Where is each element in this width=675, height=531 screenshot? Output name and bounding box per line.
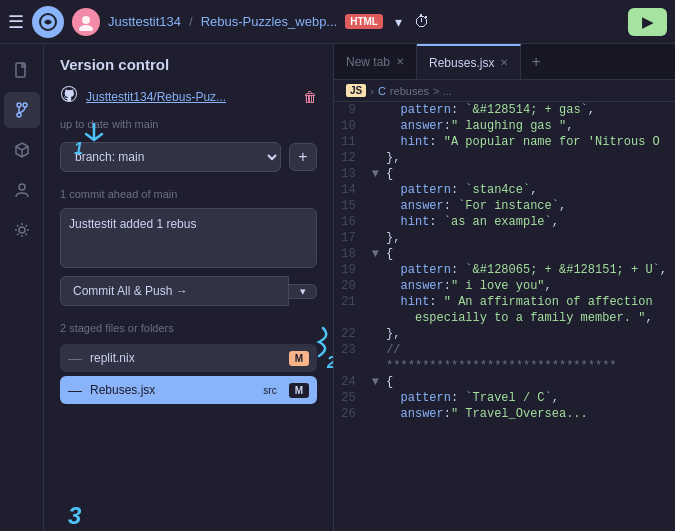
icon-bar bbox=[0, 44, 44, 531]
editor-area: New tab ✕ Rebuses.jsx ✕ + JS › C rebuses… bbox=[334, 44, 675, 531]
breadcrumb-path: › bbox=[370, 85, 374, 97]
tab-new-tab[interactable]: New tab ✕ bbox=[334, 44, 417, 79]
table-row: especially to a family member. ", bbox=[334, 310, 675, 326]
svg-point-8 bbox=[19, 227, 25, 233]
tab-close-icon[interactable]: ✕ bbox=[500, 57, 508, 68]
svg-text:1: 1 bbox=[74, 140, 83, 156]
file-badge-m: M bbox=[289, 383, 309, 398]
table-row: 13 ▼ { bbox=[334, 166, 675, 182]
sidebar-item-vcs[interactable] bbox=[4, 92, 40, 128]
step-2-annotation: 2 bbox=[299, 326, 334, 374]
repo-link[interactable]: Justtestit134/Rebus-Puz... bbox=[86, 90, 295, 104]
breadcrumb-repo[interactable]: Rebus-Puzzles_webp... bbox=[201, 14, 338, 29]
table-row: 9 pattern: `&#128514; + gas`, bbox=[334, 102, 675, 118]
file-minus-icon: — bbox=[68, 382, 82, 398]
table-row: 25 pattern: `Travel / C`, bbox=[334, 390, 675, 406]
sidebar-item-packages[interactable] bbox=[4, 132, 40, 168]
sidebar-item-settings[interactable] bbox=[4, 212, 40, 248]
tab-label: New tab bbox=[346, 55, 390, 69]
vc-title: Version control bbox=[44, 44, 333, 81]
js-badge: JS bbox=[346, 84, 366, 97]
html-badge: HTML bbox=[345, 14, 383, 29]
table-row: 23 // bbox=[334, 342, 675, 358]
svg-point-4 bbox=[17, 103, 21, 107]
commit-dropdown-button[interactable]: ▾ bbox=[289, 284, 317, 299]
user-avatar[interactable] bbox=[72, 8, 100, 36]
table-row: 21 hint: " An affirmation of affection bbox=[334, 294, 675, 310]
table-row: 24 ▼ { bbox=[334, 374, 675, 390]
top-bar-left: ☰ Justtestit134 / Rebus-Puzzles_webp... … bbox=[8, 6, 620, 38]
code-breadcrumb: JS › C rebuses > ... bbox=[334, 80, 675, 102]
tab-label: Rebuses.jsx bbox=[429, 56, 494, 70]
app-logo[interactable] bbox=[32, 6, 64, 38]
svg-point-7 bbox=[19, 184, 25, 190]
tab-close-icon[interactable]: ✕ bbox=[396, 56, 404, 67]
table-row: 14 pattern: `stan4ce`, bbox=[334, 182, 675, 198]
table-row: 15 answer: `For instance`, bbox=[334, 198, 675, 214]
sidebar-item-files[interactable] bbox=[4, 52, 40, 88]
table-row: 17 }, bbox=[334, 230, 675, 246]
trash-icon[interactable]: 🗑 bbox=[303, 89, 317, 105]
tab-add-button[interactable]: + bbox=[521, 53, 550, 71]
step-3-annotation: 3 bbox=[68, 494, 106, 531]
svg-text:3: 3 bbox=[68, 502, 82, 529]
table-row: 20 answer:" i love you", bbox=[334, 278, 675, 294]
breadcrumb-c: C bbox=[378, 85, 386, 97]
file-name: Rebuses.jsx bbox=[90, 383, 255, 397]
file-item-rebuses-jsx[interactable]: — Rebuses.jsx src M bbox=[60, 376, 317, 404]
tab-bar: New tab ✕ Rebuses.jsx ✕ + bbox=[334, 44, 675, 80]
svg-text:2: 2 bbox=[326, 354, 334, 370]
table-row: 19 pattern: `&#128065; + &#128151; + U`, bbox=[334, 262, 675, 278]
branch-add-button[interactable]: + bbox=[289, 143, 317, 171]
breadcrumb-rebuses: rebuses bbox=[390, 85, 429, 97]
table-row: ******************************** bbox=[334, 358, 675, 374]
table-row: 10 answer:" laughing gas ", bbox=[334, 118, 675, 134]
file-name: replit.nix bbox=[90, 351, 281, 365]
table-row: 11 hint: "A popular name for 'Nitrous O bbox=[334, 134, 675, 150]
main-content: 1 Version control Justtestit134/Rebus-Pu… bbox=[0, 44, 675, 531]
svg-point-2 bbox=[79, 25, 93, 31]
hamburger-icon[interactable]: ☰ bbox=[8, 11, 24, 33]
svg-point-5 bbox=[23, 103, 27, 107]
breadcrumb-sep: / bbox=[189, 14, 193, 29]
code-editor[interactable]: 9 pattern: `&#128514; + gas`, 10 answer:… bbox=[334, 102, 675, 531]
step-1-annotation: 1 bbox=[74, 120, 114, 160]
run-icon: ▶ bbox=[642, 14, 653, 30]
file-item-replit-nix[interactable]: — replit.nix M bbox=[60, 344, 317, 372]
table-row: 12 }, bbox=[334, 150, 675, 166]
vc-repo-row: Justtestit134/Rebus-Puz... 🗑 bbox=[44, 81, 333, 116]
tab-rebuses-jsx[interactable]: Rebuses.jsx ✕ bbox=[417, 44, 521, 79]
version-control-panel: 1 Version control Justtestit134/Rebus-Pu… bbox=[44, 44, 334, 531]
code-table: 9 pattern: `&#128514; + gas`, 10 answer:… bbox=[334, 102, 675, 422]
vc-ahead-text: 1 commit ahead of main bbox=[44, 184, 333, 208]
commit-btn-row: Commit All & Push → ▾ bbox=[60, 276, 317, 306]
history-icon[interactable]: ⏱ bbox=[414, 13, 430, 31]
file-minus-icon: — bbox=[68, 350, 82, 366]
table-row: 22 }, bbox=[334, 326, 675, 342]
commit-all-push-button[interactable]: Commit All & Push → bbox=[60, 276, 289, 306]
file-src-label: src bbox=[263, 385, 276, 396]
svg-point-6 bbox=[17, 113, 21, 117]
table-row: 26 answer:" Travel_Oversea... bbox=[334, 406, 675, 422]
breadcrumb-user[interactable]: Justtestit134 bbox=[108, 14, 181, 29]
top-bar: ☰ Justtestit134 / Rebus-Puzzles_webp... … bbox=[0, 0, 675, 44]
staged-text: 2 staged files or folders bbox=[44, 318, 333, 342]
sidebar-item-people[interactable] bbox=[4, 172, 40, 208]
svg-point-1 bbox=[82, 16, 90, 24]
run-button[interactable]: ▶ bbox=[628, 8, 667, 36]
table-row: 16 hint: `as an example`, bbox=[334, 214, 675, 230]
github-icon bbox=[60, 85, 78, 108]
commit-message-input[interactable]: Justtestit added 1 rebus bbox=[60, 208, 317, 268]
chevron-down-btn[interactable]: ▾ bbox=[391, 10, 406, 34]
breadcrumb-more: > ... bbox=[433, 85, 452, 97]
table-row: 18 ▼ { bbox=[334, 246, 675, 262]
